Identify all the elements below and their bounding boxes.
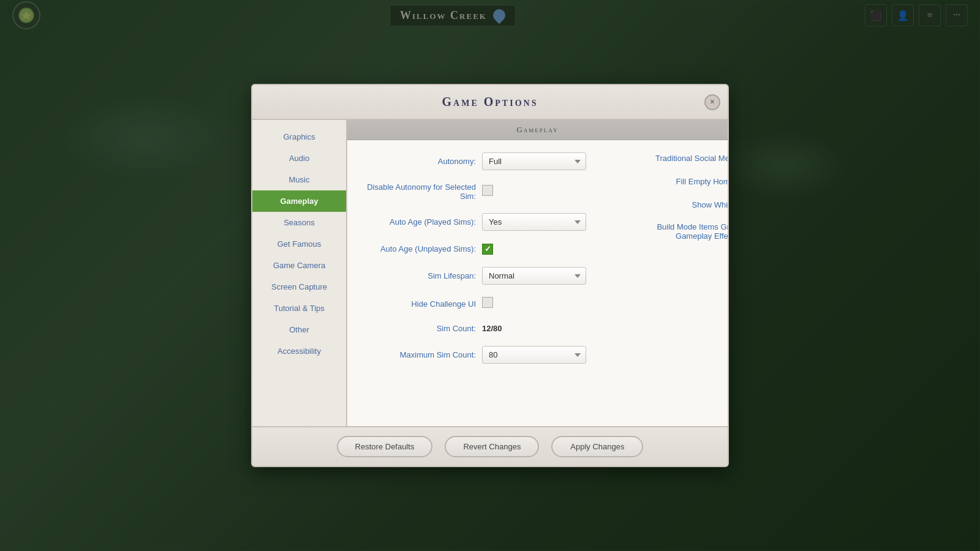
hide-challenge-label: Hide Challenge UI (366, 299, 476, 309)
sidebar-item-accessibility[interactable]: Accessibility (252, 340, 346, 362)
traditional-social-label: Traditional Social Menu: (655, 154, 728, 163)
auto-age-played-arrow (575, 220, 581, 224)
modal-title: Game Options (442, 95, 538, 109)
traditional-social-row: Traditional Social Menu: (598, 152, 728, 163)
revert-changes-button[interactable]: Revert Changes (445, 436, 539, 457)
fill-empty-homes-label: Fill Empty Homes: (676, 177, 728, 186)
fill-empty-homes-row: Fill Empty Homes: (598, 176, 728, 187)
sidebar-item-audio[interactable]: Audio (252, 148, 346, 169)
max-sim-count-value: 80 (489, 350, 497, 359)
auto-age-unplayed-row: Auto Age (Unplayed Sims): (366, 243, 586, 255)
disable-autonomy-label: Disable Autonomy for Selected Sim: (366, 182, 476, 201)
sim-count-row: Sim Count: 12/80 (366, 323, 586, 334)
auto-age-unplayed-control (482, 243, 493, 255)
settings-columns: Autonomy: Full Disable Autonomy for Sele… (366, 152, 709, 376)
close-button[interactable]: × (704, 94, 720, 110)
sim-lifespan-control: Normal (482, 267, 586, 285)
disable-autonomy-checkbox[interactable] (482, 185, 493, 196)
auto-age-played-control: Yes (482, 213, 586, 231)
autonomy-dropdown-arrow (575, 160, 581, 163)
sim-count-value: 12/80 (482, 324, 502, 333)
auto-age-played-label: Auto Age (Played Sims): (366, 217, 476, 227)
left-column: Autonomy: Full Disable Autonomy for Sele… (366, 152, 586, 376)
modal-footer: Restore Defaults Revert Changes Apply Ch… (252, 426, 728, 466)
show-whims-label: Show Whims: (692, 200, 728, 209)
max-sim-count-arrow (575, 353, 581, 357)
sim-lifespan-dropdown[interactable]: Normal (482, 267, 586, 285)
main-content-area: Gameplay Autonomy: Full (347, 120, 728, 426)
build-mode-items-row: Build Mode Items Grant Gameplay Effects: (598, 222, 728, 241)
game-options-modal: Game Options × Graphics Audio Music Game… (251, 84, 729, 467)
sim-lifespan-value: Normal (489, 271, 514, 280)
sim-lifespan-arrow (575, 274, 581, 278)
sidebar-item-gameplay[interactable]: Gameplay (252, 190, 346, 212)
autonomy-label: Autonomy: (366, 157, 476, 166)
hide-challenge-row: Hide Challenge UI (366, 297, 586, 310)
autonomy-value: Full (489, 157, 502, 166)
show-whims-row: Show Whims: (598, 199, 728, 210)
apply-changes-button[interactable]: Apply Changes (551, 436, 643, 457)
modal-header: Game Options × (252, 85, 728, 120)
max-sim-count-label: Maximum Sim Count: (366, 350, 476, 359)
sim-count-label: Sim Count: (366, 324, 476, 333)
sidebar-item-get-famous[interactable]: Get Famous (252, 233, 346, 255)
autonomy-control: Full (482, 152, 586, 170)
sim-lifespan-label: Sim Lifespan: (366, 271, 476, 280)
right-column: Traditional Social Menu: Fill Empty Home… (598, 152, 728, 376)
restore-defaults-button[interactable]: Restore Defaults (337, 436, 433, 457)
autonomy-row: Autonomy: Full (366, 152, 586, 170)
auto-age-unplayed-checkbox[interactable] (482, 244, 493, 255)
autonomy-dropdown[interactable]: Full (482, 152, 586, 170)
sidebar-item-graphics[interactable]: Graphics (252, 126, 346, 148)
hide-challenge-control (482, 297, 493, 310)
auto-age-unplayed-label: Auto Age (Unplayed Sims): (366, 244, 476, 253)
sidebar-item-tutorial-tips[interactable]: Tutorial & Tips (252, 298, 346, 319)
hide-challenge-checkbox[interactable] (482, 297, 493, 308)
sidebar-item-music[interactable]: Music (252, 169, 346, 190)
auto-age-played-value: Yes (489, 217, 502, 227)
max-sim-count-control: 80 (482, 346, 586, 364)
build-mode-items-label: Build Mode Items Grant Gameplay Effects: (630, 222, 728, 241)
sidebar-item-game-camera[interactable]: Game Camera (252, 255, 346, 276)
sidebar-item-other[interactable]: Other (252, 319, 346, 340)
max-sim-count-dropdown[interactable]: 80 (482, 346, 586, 364)
max-sim-count-row: Maximum Sim Count: 80 (366, 346, 586, 364)
disable-autonomy-control (482, 185, 493, 198)
auto-age-played-dropdown[interactable]: Yes (482, 213, 586, 231)
auto-age-played-row: Auto Age (Played Sims): Yes (366, 213, 586, 231)
options-sidebar: Graphics Audio Music Gameplay Seasons Ge… (252, 120, 347, 426)
sim-lifespan-row: Sim Lifespan: Normal (366, 267, 586, 285)
sidebar-item-seasons[interactable]: Seasons (252, 212, 346, 233)
sidebar-item-screen-capture[interactable]: Screen Capture (252, 276, 346, 298)
disable-autonomy-row: Disable Autonomy for Selected Sim: (366, 182, 586, 201)
gameplay-settings: Autonomy: Full Disable Autonomy for Sele… (347, 140, 728, 388)
section-header: Gameplay (347, 120, 728, 140)
modal-body: Graphics Audio Music Gameplay Seasons Ge… (252, 120, 728, 426)
sim-count-value-display: 12/80 (482, 323, 502, 334)
